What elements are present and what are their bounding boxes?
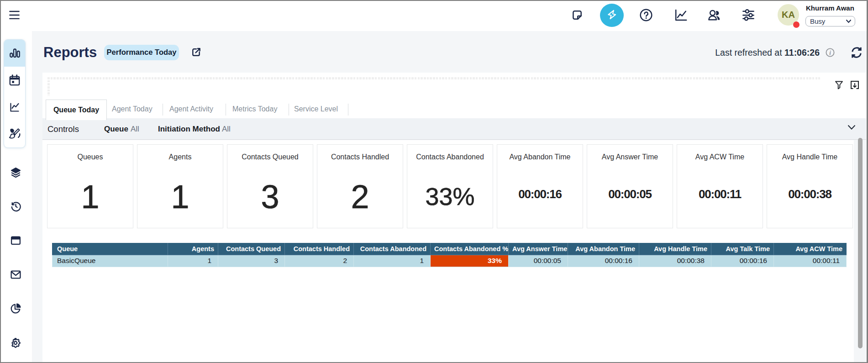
svg-text:i: i bbox=[829, 49, 831, 56]
